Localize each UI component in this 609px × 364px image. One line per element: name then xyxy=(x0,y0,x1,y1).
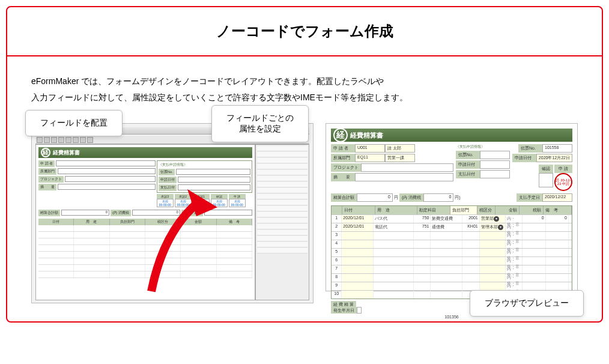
table-row: 3内・外・非 xyxy=(332,231,572,240)
preview-form-title: 経費精算書 xyxy=(350,131,383,140)
feature-card: ノーコードでフォーム作成 eFormMaker では、フォームデザインをノーコー… xyxy=(6,6,603,323)
editor-screenshot: 経 経費精算書 申 請 者 所属部門 プロジェクト 摘 要 xyxy=(31,123,314,303)
stamp-icon: 請 20-12-22 申請 xyxy=(554,173,572,191)
property-panel xyxy=(255,144,309,300)
approval-boxes: 承認3名前00-00-00 承認2名前00-00-00 承認1名前00-00-0… xyxy=(157,194,252,207)
desc-line1: eFormMaker では、フォームデザインをノーコードでレイアウトできます。配… xyxy=(31,73,578,89)
form-logo-icon: 経 xyxy=(41,148,50,157)
card-body: eFormMaker では、フォームデザインをノーコードでレイアウトできます。配… xyxy=(7,56,602,321)
table-row: 22020/12/01電話代751通信費KH01管理本部▾内・外・非 xyxy=(332,223,572,231)
callout-place-fields: フィールドを配置 xyxy=(25,110,123,136)
table-row: 7内・外・非 xyxy=(332,265,572,273)
card-title: ノーコードでフォーム作成 xyxy=(7,7,602,56)
table-row: 6内・外・非 xyxy=(332,256,572,265)
table-row: 9内・外・非 xyxy=(332,282,572,290)
form-logo-icon: 経 xyxy=(333,128,348,142)
table-row: 8内・外・非 xyxy=(332,273,572,282)
table-row: 12020/12/01バス代750旅費交通費2001営業部▾内・外・非00 xyxy=(332,214,572,223)
form-title: 経費精算書 xyxy=(53,149,80,157)
callout-set-attrs: フィールドごとの 属性を設定 xyxy=(211,105,309,142)
preview-screenshot: 経 経費精算書 申 請 者U001請 太郎 所属部門EQ11営業一課 プロジェク… xyxy=(326,123,578,291)
table-row: 4内・外・非 xyxy=(332,240,572,248)
expense-table: 日付 用 途 勘定科目 負担部門 税区分 金額 税額 備 考 12020/12/… xyxy=(331,205,572,299)
table-row: 5内・外・非 xyxy=(332,248,572,256)
callout-preview: ブラウザでプレビュー xyxy=(470,290,584,317)
screenshot-stage: フィールドを配置 フィールドごとの 属性を設定 ブラウザでプレビュー xyxy=(31,123,578,303)
editor-canvas: 経 経費精算書 申 請 者 所属部門 プロジェクト 摘 要 xyxy=(35,144,255,300)
desc-line2: 入力フィールドに対して、属性設定をしていくことで許容する文字数やIMEモード等を… xyxy=(31,89,578,106)
description: eFormMaker では、フォームデザインをノーコードでレイアウトできます。配… xyxy=(31,73,578,105)
